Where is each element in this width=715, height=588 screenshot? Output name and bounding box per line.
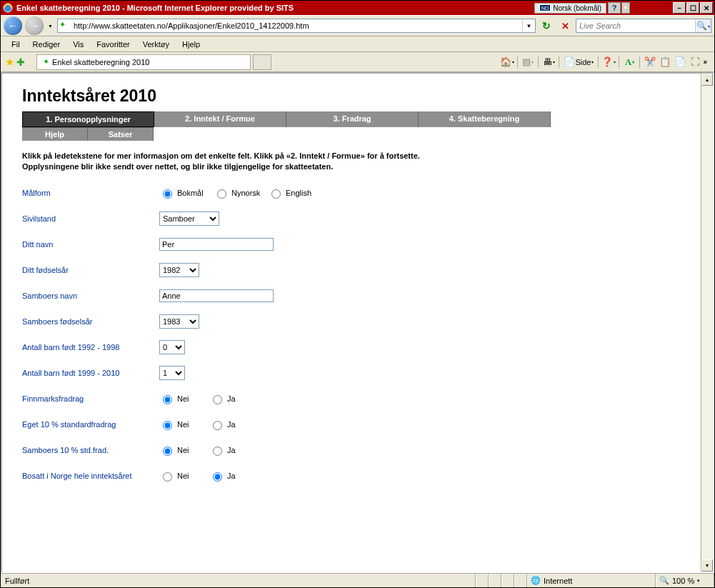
status-slot-4 <box>514 574 527 587</box>
select-samboers-fodselsar[interactable]: 1983 <box>159 314 199 329</box>
menu-edit[interactable]: Rediger <box>26 38 67 51</box>
menu-favorites[interactable]: Favoritter <box>90 38 136 51</box>
label-sivilstand[interactable]: Sivilstand <box>22 214 159 223</box>
scroll-down-button[interactable]: ▾ <box>701 559 713 572</box>
stop-button[interactable]: ✕ <box>557 19 573 33</box>
home-icon[interactable]: 🏠▾ <box>500 55 514 69</box>
status-slot-3 <box>501 574 514 587</box>
page-menu[interactable]: 📄 Side▾ <box>562 55 595 69</box>
nav-history-dropdown[interactable]: ▼ <box>46 24 54 29</box>
refresh-button[interactable]: ↻ <box>539 19 554 33</box>
radio-eget-ja[interactable] <box>213 421 222 430</box>
menu-tools[interactable]: Verktøy <box>136 38 176 51</box>
status-slot-1 <box>476 574 489 587</box>
menu-file[interactable]: Fil <box>5 38 26 51</box>
copy-icon[interactable]: 📋 <box>658 55 672 69</box>
help-button[interactable]: ? <box>608 2 621 14</box>
label-samboers-fodselsar[interactable]: Samboers fødselsår <box>22 317 159 326</box>
titlebar: Enkel skatteberegning 2010 - Microsoft I… <box>1 1 714 15</box>
tab-skatteberegning[interactable]: 4. Skatteberegning <box>419 111 551 127</box>
print-icon[interactable]: 🖶▾ <box>541 55 556 69</box>
forward-button[interactable]: → <box>25 16 44 35</box>
label-eget-std[interactable]: Eget 10 % standardfradrag <box>22 420 159 429</box>
close-button[interactable]: ✕ <box>700 2 713 14</box>
select-barn-1999-2010[interactable]: 1 <box>159 366 185 380</box>
label-barn-1992-1998[interactable]: Antall barn født 1992 - 1998 <box>22 343 159 352</box>
browser-tab[interactable]: ✦ Enkel skatteberegning 2010 <box>36 54 251 70</box>
label-samboers-navn[interactable]: Samboers navn <box>22 291 159 300</box>
form: Målform Bokmål Nynorsk English Sivilstan… <box>22 180 701 489</box>
search-button[interactable]: 🔍▾ <box>695 19 711 32</box>
favorites-star-icon[interactable]: ★ <box>5 56 14 69</box>
select-ditt-fodselsar[interactable]: 1982 <box>159 263 199 277</box>
window-title: Enkel skatteberegning 2010 - Microsoft I… <box>16 4 534 12</box>
nav-toolbar: ← → ▼ ✦ ▼ ↻ ✕ 🔍▾ <box>1 15 714 36</box>
tab-inntekt-formue[interactable]: 2. Inntekt / Formue <box>154 111 286 127</box>
search-input[interactable] <box>576 21 695 30</box>
page-content: Inntektsåret 2010 1. Personopplysninger … <box>2 74 701 572</box>
menu-help[interactable]: Hjelp <box>176 38 206 51</box>
tools-icon[interactable]: ❓▾ <box>601 55 616 69</box>
browser-window: Enkel skatteberegning 2010 - Microsoft I… <box>0 0 715 588</box>
radio-bosatt-ja[interactable] <box>213 472 222 482</box>
label-samboers-std[interactable]: Samboers 10 % std.frad. <box>22 446 159 454</box>
subtab-hjelp[interactable]: Hjelp <box>22 127 88 141</box>
radio-samstd-nei[interactable] <box>163 447 172 456</box>
scroll-track[interactable] <box>701 86 713 559</box>
label-barn-1999-2010[interactable]: Antall barn født 1999 - 2010 <box>22 369 159 377</box>
label-malform[interactable]: Målform <box>22 189 159 197</box>
status-text: Fullført <box>1 574 476 587</box>
language-indicator[interactable]: NO Norsk (bokmål) <box>534 3 606 14</box>
radio-samstd-ja[interactable] <box>213 447 222 456</box>
label-finnmarksfradrag[interactable]: Finnmarksfradrag <box>22 394 159 403</box>
font-icon[interactable]: A▾ <box>622 55 636 69</box>
search-bar: 🔍▾ <box>576 19 711 33</box>
feeds-icon[interactable]: ▧▾ <box>521 55 535 69</box>
address-bar: ✦ ▼ <box>57 19 536 33</box>
tab-fradrag[interactable]: 3. Fradrag <box>286 111 419 127</box>
menu-bar: Fil Rediger Vis Favoritter Verktøy Hjelp <box>1 36 714 52</box>
help-dropdown[interactable]: ▾ <box>621 2 630 14</box>
security-zone[interactable]: 🌐 Internett <box>527 574 656 587</box>
tab-personopplysninger[interactable]: 1. Personopplysninger <box>22 111 154 127</box>
zoom-control[interactable]: 🔍 100 % ▾ <box>656 574 714 587</box>
back-button[interactable]: ← <box>4 16 22 35</box>
maximize-button[interactable]: ☐ <box>686 2 699 14</box>
content-area: Inntektsåret 2010 1. Personopplysninger … <box>1 72 714 573</box>
more-commands[interactable]: » <box>703 58 710 66</box>
paste-icon[interactable]: 📄 <box>673 55 687 69</box>
label-bosatt[interactable]: Bosatt i Norge hele inntektsåret <box>22 472 159 480</box>
cut-icon[interactable]: ✂️ <box>643 55 657 69</box>
url-input[interactable] <box>72 21 522 30</box>
radio-eget-nei[interactable] <box>163 421 172 430</box>
fullscreen-icon[interactable]: ⛶ <box>688 55 702 69</box>
radio-nynorsk[interactable] <box>217 189 226 199</box>
input-ditt-navn[interactable] <box>159 238 274 251</box>
label-ditt-navn[interactable]: Ditt navn <box>22 240 159 249</box>
ie-icon <box>2 2 14 14</box>
radio-bokmal[interactable] <box>163 189 172 199</box>
vertical-scrollbar[interactable]: ▴ ▾ <box>701 74 713 572</box>
new-tab-button[interactable] <box>253 54 271 70</box>
globe-icon: 🌐 <box>531 576 541 585</box>
subtab-satser[interactable]: Satser <box>88 127 154 141</box>
label-ditt-fodselsar[interactable]: Ditt fødselsår <box>22 266 159 274</box>
add-favorite-icon[interactable]: ✚ <box>16 56 25 68</box>
page-icon: ✦ <box>59 20 71 31</box>
sub-tabs: Hjelp Satser <box>22 127 701 141</box>
radio-finn-nei[interactable] <box>163 395 172 404</box>
radio-english[interactable] <box>271 189 281 199</box>
radio-bosatt-nei[interactable] <box>163 472 172 482</box>
tab-title: Enkel skatteberegning 2010 <box>52 58 149 66</box>
input-samboers-navn[interactable] <box>159 289 274 302</box>
radio-finn-ja[interactable] <box>213 395 222 404</box>
select-sivilstand[interactable]: Samboer <box>159 211 219 226</box>
menu-view[interactable]: Vis <box>66 38 90 51</box>
minimize-button[interactable]: – <box>673 2 686 14</box>
status-bar: Fullført 🌐 Internett 🔍 100 % ▾ <box>1 573 714 587</box>
url-dropdown[interactable]: ▼ <box>522 19 535 32</box>
tab-favicon: ✦ <box>43 57 49 66</box>
scroll-up-button[interactable]: ▴ <box>701 74 713 86</box>
select-barn-1992-1998[interactable]: 0 <box>159 340 185 354</box>
main-tabs: 1. Personopplysninger 2. Inntekt / Formu… <box>22 111 701 127</box>
